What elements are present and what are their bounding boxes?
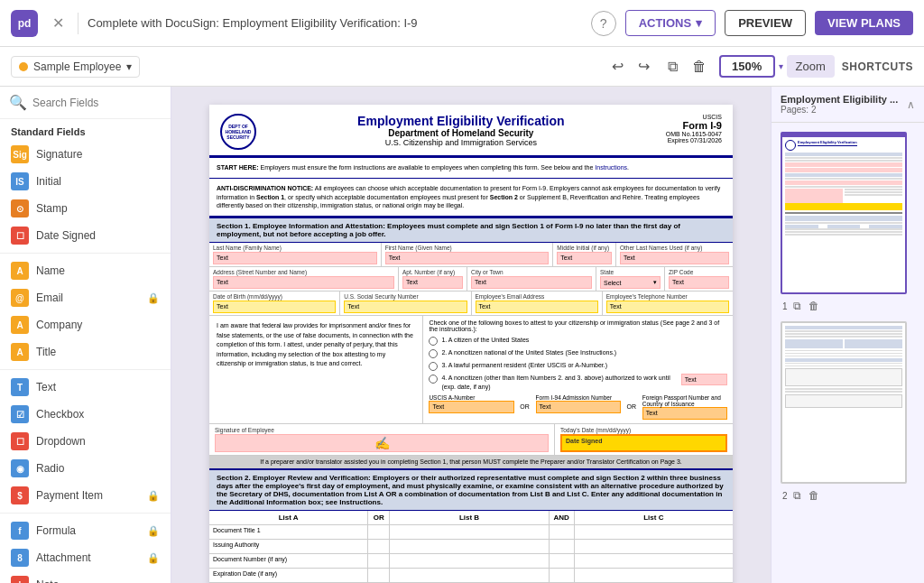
tab-title: Complete with DocuSign: Employment Eligi… [88,16,582,30]
mini-form-1: Employment Eligibility Verification [782,134,905,292]
doc-title-1-a: Document Title 1 [209,525,368,539]
preparer-notice: If a preparer and/or translator assisted… [209,456,733,468]
sidebar-item-company[interactable]: A Company [0,311,171,338]
actions-button[interactable]: ACTIONS ▾ [625,10,716,36]
ssn-field[interactable]: Text [344,301,467,313]
sidebar-item-attachment[interactable]: 8 Attachment 🔒 [0,544,171,571]
radio-field-icon: ◉ [11,459,29,477]
sidebar-item-title[interactable]: A Title [0,338,171,366]
thumb-1-copy-button[interactable]: ⧉ [791,298,803,314]
name-row: Last Name (Family Name) Text First Name … [209,243,733,267]
or-spacer-1 [368,525,390,539]
thumbnail-2-image[interactable] [781,321,907,484]
chevron-down-icon: ▾ [126,60,132,73]
recipient-selector[interactable]: Sample Employee ▾ [11,56,140,78]
apt-field[interactable]: Text [402,276,463,289]
state-field[interactable]: Select ▾ [600,276,661,289]
sidebar-item-text[interactable]: T Text [0,374,171,401]
doc-title-1-c [575,525,733,539]
thumbnail-1: Employment Eligibility Verification [781,132,915,314]
first-name-field[interactable]: Text [385,252,550,264]
sidebar-item-name[interactable]: A Name [0,257,171,284]
date-signed-box[interactable]: Date Signed [560,434,727,452]
sidebar-item-stamp[interactable]: ⊙ Stamp [0,195,171,222]
form-id: Form I-9 [666,120,722,131]
and-header: AND [550,511,575,524]
top-bar: pd ✕ Complete with DocuSign: Employment … [0,0,924,47]
section2-header: Section 2. Employer Review and Verificat… [209,468,733,511]
help-icon[interactable]: ? [591,11,616,36]
form-header: DEPT OFHOMELANDSECURITY Employment Eligi… [209,105,733,158]
dob-field[interactable]: Text [213,301,336,313]
email-lock-icon: 🔒 [147,292,160,304]
date-signed-field-icon: ☐ [11,227,29,245]
signature-box[interactable]: ✍ [215,434,549,452]
attest-option-2[interactable]: 2. A noncitizen national of the United S… [429,348,727,358]
sidebar-item-initial[interactable]: IS Initial [0,168,171,195]
form-title-area: Employment Eligibility Verification Depa… [256,114,666,147]
view-plans-button[interactable]: VIEW PLANS [815,11,913,35]
signature-area: Signature of Employee ✍ Today's Date (mm… [209,424,733,456]
attestation-area: I am aware that federal law provides for… [209,316,733,424]
panel-header: Employment Eligibility ... Pages: 2 ∧ [772,87,924,123]
undo-button[interactable]: ↩ [606,54,629,79]
last-name-field[interactable]: Text [213,252,377,264]
address-field[interactable]: Text [213,276,394,289]
anti-discrimination-notice: ANTI-DISCRIMINATION NOTICE: All employee… [209,179,733,217]
other-names-col: Other Last Names Used (if any) Text [616,243,733,266]
app-logo: pd [11,10,38,37]
zoom-fit-button[interactable]: Zoom [787,55,835,78]
attestation-options: Check one of the following boxes to atte… [423,316,733,423]
attachment-lock-icon: 🔒 [147,552,160,564]
attest-option-1[interactable]: 1. A citizen of the United States [429,336,727,346]
checkbox-field-icon: ☑ [11,405,29,423]
middle-initial-field[interactable]: Text [557,252,612,264]
shortcuts-button[interactable]: SHORTCUTS [842,60,913,73]
copy-button[interactable]: ⧉ [662,55,683,79]
sidebar-item-email[interactable]: @ Email 🔒 [0,284,171,311]
sidebar-item-signature[interactable]: Sig Signature [0,141,171,168]
sidebar-item-date-signed[interactable]: ☐ Date Signed [0,222,171,249]
sidebar-item-dropdown[interactable]: ☐ Dropdown [0,428,171,455]
thumbnail-1-image[interactable]: Employment Eligibility Verification [781,132,907,294]
thumb-2-delete-button[interactable]: 🗑 [807,487,821,504]
sidebar-item-formula[interactable]: f Formula 🔒 [0,517,171,544]
zoom-input[interactable] [719,55,775,78]
issuing-auth-a: Issuing Authority [209,540,368,553]
attest-option-4[interactable]: 4. A noncitizen (other than Item Numbers… [429,374,727,392]
divider [78,13,79,34]
dropdown-label: Dropdown [36,435,86,448]
i94-field[interactable]: Text [536,401,621,413]
city-field[interactable]: Text [471,276,592,289]
panel-title: Employment Eligibility ... [781,94,898,105]
sidebar-item-radio[interactable]: ◉ Radio [0,455,171,482]
phone-field[interactable]: Text [606,301,729,313]
zip-col: ZIP Code Text [665,267,733,291]
attest-option-3[interactable]: 3. A lawful permanent resident (Enter US… [429,361,727,371]
other-names-field[interactable]: Text [620,252,729,264]
title-label: Title [36,346,56,358]
preview-button[interactable]: PREVIEW [725,10,806,36]
sidebar-item-payment[interactable]: $ Payment Item 🔒 [0,482,171,509]
email-label: Email [36,292,63,304]
emp-email-field[interactable]: Text [476,301,598,313]
document-area[interactable]: DEPT OFHOMELANDSECURITY Employment Eligi… [171,87,771,583]
panel-collapse-button[interactable]: ∧ [907,98,915,111]
uscis-number-field[interactable]: Text [429,401,513,413]
delete-button[interactable]: 🗑 [687,55,712,79]
close-tab-button[interactable]: ✕ [47,13,69,34]
exp-date-row: Expiration Date (if any) [209,569,733,583]
radio-circle-3 [429,362,438,371]
redo-button[interactable]: ↪ [633,54,655,79]
thumb-2-copy-button[interactable]: ⧉ [791,487,803,504]
passport-field[interactable]: Text [642,407,727,420]
work-auth-date-field[interactable]: Text [681,374,727,385]
note-field-icon: ! [11,576,29,583]
zip-field[interactable]: Text [669,276,729,289]
right-panel: Employment Eligibility ... Pages: 2 ∧ Em… [771,87,924,583]
sidebar-item-checkbox[interactable]: ☑ Checkbox [0,401,171,428]
thumb-1-delete-button[interactable]: 🗑 [807,298,821,314]
form-agency: U.S. Citizenship and Immigration Service… [256,138,666,147]
sidebar-item-note[interactable]: ! Note [0,571,171,583]
search-input[interactable] [32,97,168,109]
